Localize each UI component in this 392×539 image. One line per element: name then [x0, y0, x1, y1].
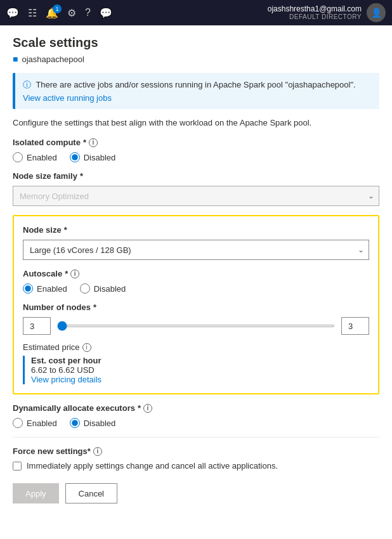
force-settings-checkbox-row: Immediately apply settings change and ca…	[13, 461, 379, 471]
force-settings-info-icon[interactable]: i	[93, 447, 102, 456]
help-icon[interactable]: ?	[85, 7, 91, 18]
nodes-min-input[interactable]	[23, 317, 51, 335]
estimated-price-section: Estimated price i Est. cost per hour 6.6…	[23, 342, 369, 384]
pool-icon: ■	[13, 54, 18, 64]
dynamic-executors-info-icon[interactable]: i	[143, 404, 152, 413]
node-size-family-required: *	[80, 171, 83, 181]
banner-text: There are active jobs and/or sessions ru…	[36, 80, 355, 89]
topbar-right: ojashshrestha1@gmail.com DEFAULT DIRECTO…	[268, 3, 386, 22]
settings-icon[interactable]: ⚙	[67, 7, 76, 19]
dynamic-executors-enabled-option[interactable]: Enabled	[13, 418, 57, 428]
topbar: 💬 ☷ 🔔 1 ⚙ ? 💬 ojashshrestha1@gmail.com D…	[0, 0, 392, 25]
isolated-compute-disabled-option[interactable]: Disabled	[70, 152, 116, 162]
topbar-left: 💬 ☷ 🔔 1 ⚙ ? 💬	[6, 7, 112, 19]
isolated-compute-disabled-radio[interactable]	[70, 152, 80, 162]
isolated-compute-label: Isolated compute * i	[13, 138, 379, 147]
grid-icon[interactable]: ☷	[28, 7, 37, 19]
button-row: Apply Cancel	[13, 483, 379, 503]
description-text: Configure the settings that best align w…	[13, 118, 379, 127]
view-pricing-link[interactable]: View pricing details	[31, 375, 101, 384]
estimated-price-label: Estimated price i	[23, 342, 369, 352]
autoscale-disabled-radio[interactable]	[80, 283, 90, 294]
chat-icon[interactable]: 💬	[100, 7, 112, 19]
force-settings-checkbox-label: Immediately apply settings change and ca…	[27, 461, 278, 471]
dynamic-executors-enabled-radio[interactable]	[13, 418, 23, 428]
feedback-icon[interactable]: 💬	[6, 7, 19, 19]
dynamic-executors-enabled-label: Enabled	[27, 419, 57, 428]
number-of-nodes-required: *	[93, 302, 96, 312]
bell-badge: 1	[53, 4, 62, 13]
autoscale-disabled-option[interactable]: Disabled	[80, 283, 126, 294]
divider	[13, 437, 379, 438]
price-title: Est. cost per hour	[31, 356, 369, 365]
autoscale-enabled-radio[interactable]	[23, 283, 33, 294]
autoscale-label: Autoscale * i	[23, 269, 369, 278]
node-size-label: Node size *	[23, 225, 369, 235]
price-block: Est. cost per hour 6.62 to 6.62 USD View…	[23, 356, 369, 384]
estimated-price-info-icon[interactable]: i	[82, 343, 91, 352]
isolated-compute-radio-group: Enabled Disabled	[13, 152, 379, 162]
number-of-nodes-row	[23, 317, 369, 335]
nodes-slider[interactable]	[57, 325, 335, 327]
dynamic-executors-disabled-radio[interactable]	[70, 418, 80, 428]
user-email: ojashshrestha1@gmail.com	[268, 4, 362, 13]
isolated-compute-enabled-radio[interactable]	[13, 152, 23, 162]
bell-container: 🔔 1	[46, 7, 58, 19]
dynamic-executors-required: *	[138, 403, 141, 413]
main-content: Scale settings ■ ojashapachepool ⓘ There…	[0, 25, 392, 514]
node-size-family-dropdown[interactable]: Memory Optimized	[13, 186, 379, 206]
isolated-compute-info-icon[interactable]: i	[89, 138, 98, 147]
price-value: 6.62 to 6.62 USD	[31, 365, 369, 375]
force-settings-label: Force new settings* i	[13, 446, 379, 456]
view-active-jobs-link[interactable]: View active running jobs	[23, 93, 372, 103]
node-size-required: *	[64, 225, 67, 235]
node-size-family-label: Node size family *	[13, 171, 379, 181]
highlight-box: Node size * Large (16 vCores / 128 GB) ⌄…	[13, 215, 379, 394]
user-directory: DEFAULT DIRECTORY	[268, 13, 362, 21]
autoscale-info-icon[interactable]: i	[70, 270, 79, 278]
page-title: Scale settings	[13, 36, 379, 50]
isolated-compute-enabled-label: Enabled	[27, 153, 57, 162]
isolated-compute-disabled-label: Disabled	[84, 153, 116, 162]
nodes-max-input[interactable]	[341, 317, 369, 335]
autoscale-required: *	[65, 269, 68, 278]
autoscale-enabled-label: Enabled	[37, 284, 67, 294]
info-banner-icon: ⓘ	[23, 80, 31, 89]
isolated-compute-required: *	[83, 138, 86, 147]
avatar[interactable]: 👤	[367, 3, 386, 22]
node-size-family-wrapper: Memory Optimized ⌄	[13, 186, 379, 206]
user-info: ojashshrestha1@gmail.com DEFAULT DIRECTO…	[268, 4, 362, 21]
pool-name-label: ojashapachepool	[22, 55, 84, 64]
autoscale-enabled-option[interactable]: Enabled	[23, 283, 67, 294]
cancel-button[interactable]: Cancel	[65, 483, 117, 503]
dynamic-executors-label: Dynamically allocate executors * i	[13, 403, 379, 413]
node-size-wrapper: Large (16 vCores / 128 GB) ⌄	[23, 240, 369, 260]
number-of-nodes-label: Number of nodes *	[23, 302, 369, 312]
autoscale-disabled-label: Disabled	[94, 284, 126, 294]
dynamic-executors-disabled-option[interactable]: Disabled	[70, 418, 116, 428]
info-banner: ⓘ There are active jobs and/or sessions …	[13, 73, 379, 109]
node-size-dropdown[interactable]: Large (16 vCores / 128 GB)	[23, 240, 369, 260]
dynamic-executors-disabled-label: Disabled	[84, 419, 116, 428]
dynamic-executors-radio-group: Enabled Disabled	[13, 418, 379, 428]
apply-button[interactable]: Apply	[13, 483, 59, 503]
isolated-compute-enabled-option[interactable]: Enabled	[13, 152, 57, 162]
pool-name-row: ■ ojashapachepool	[13, 54, 379, 64]
autoscale-radio-group: Enabled Disabled	[23, 283, 369, 294]
force-settings-checkbox[interactable]	[13, 462, 22, 471]
